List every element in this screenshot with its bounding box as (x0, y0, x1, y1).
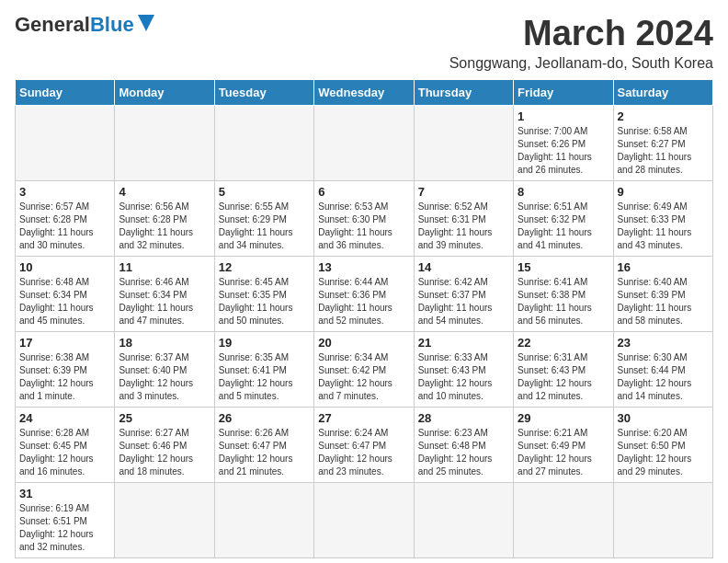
day-info: Sunrise: 6:48 AM Sunset: 6:34 PM Dayligh… (19, 276, 110, 327)
day-info: Sunrise: 6:38 AM Sunset: 6:39 PM Dayligh… (19, 351, 110, 403)
title-area: March 2024 Songgwang, Jeollanam-do, Sout… (449, 15, 713, 72)
logo: GeneralBlue (15, 15, 154, 35)
day-number: 8 (518, 185, 609, 199)
day-number: 10 (19, 260, 110, 274)
location-subtitle: Songgwang, Jeollanam-do, South Korea (449, 55, 713, 72)
day-info: Sunrise: 6:34 AM Sunset: 6:42 PM Dayligh… (318, 351, 409, 403)
header-thursday: Thursday (414, 79, 513, 105)
day-info: Sunrise: 6:57 AM Sunset: 6:28 PM Dayligh… (19, 201, 110, 252)
day-number: 23 (618, 336, 709, 350)
day-number: 20 (318, 336, 409, 350)
day-number: 2 (618, 109, 709, 123)
day-number: 1 (518, 109, 609, 123)
day-number: 24 (19, 411, 110, 425)
table-row: 16Sunrise: 6:40 AM Sunset: 6:39 PM Dayli… (613, 256, 712, 331)
day-number: 4 (119, 185, 210, 199)
table-row: 26Sunrise: 6:26 AM Sunset: 6:47 PM Dayli… (214, 407, 313, 482)
table-row: 24Sunrise: 6:28 AM Sunset: 6:45 PM Dayli… (16, 407, 115, 482)
day-number: 19 (219, 336, 310, 350)
day-info: Sunrise: 6:27 AM Sunset: 6:46 PM Dayligh… (119, 427, 210, 478)
table-row: 8Sunrise: 6:51 AM Sunset: 6:32 PM Daylig… (514, 180, 613, 256)
table-row (314, 105, 414, 180)
day-number: 21 (418, 336, 509, 350)
table-row: 28Sunrise: 6:23 AM Sunset: 6:48 PM Dayli… (414, 407, 513, 482)
calendar-week-row: 10Sunrise: 6:48 AM Sunset: 6:34 PM Dayli… (16, 256, 713, 331)
day-info: Sunrise: 6:58 AM Sunset: 6:27 PM Dayligh… (618, 125, 709, 177)
day-info: Sunrise: 6:44 AM Sunset: 6:36 PM Dayligh… (318, 276, 409, 327)
day-number: 16 (618, 260, 709, 274)
day-info: Sunrise: 6:45 AM Sunset: 6:35 PM Dayligh… (219, 276, 310, 327)
calendar-table: Sunday Monday Tuesday Wednesday Thursday… (15, 79, 713, 558)
table-row (115, 105, 214, 180)
header-friday: Friday (514, 79, 613, 105)
day-info: Sunrise: 6:20 AM Sunset: 6:50 PM Dayligh… (618, 427, 709, 478)
day-info: Sunrise: 6:46 AM Sunset: 6:34 PM Dayligh… (119, 276, 210, 327)
table-row: 5Sunrise: 6:55 AM Sunset: 6:29 PM Daylig… (214, 180, 313, 256)
table-row: 12Sunrise: 6:45 AM Sunset: 6:35 PM Dayli… (214, 256, 313, 331)
day-info: Sunrise: 7:00 AM Sunset: 6:26 PM Dayligh… (518, 125, 609, 177)
day-number: 29 (518, 411, 609, 425)
day-number: 17 (19, 336, 110, 350)
table-row (613, 482, 712, 557)
day-number: 9 (618, 185, 709, 199)
day-info: Sunrise: 6:23 AM Sunset: 6:48 PM Dayligh… (418, 427, 509, 478)
day-number: 30 (618, 411, 709, 425)
day-info: Sunrise: 6:49 AM Sunset: 6:33 PM Dayligh… (618, 201, 709, 252)
calendar-header-row: Sunday Monday Tuesday Wednesday Thursday… (16, 79, 713, 105)
day-info: Sunrise: 6:24 AM Sunset: 6:47 PM Dayligh… (318, 427, 409, 478)
day-number: 11 (119, 260, 210, 274)
logo-text: GeneralBlue (15, 15, 134, 35)
day-info: Sunrise: 6:52 AM Sunset: 6:31 PM Dayligh… (418, 201, 509, 252)
header-tuesday: Tuesday (214, 79, 313, 105)
header-monday: Monday (115, 79, 214, 105)
table-row (115, 482, 214, 557)
day-number: 13 (318, 260, 409, 274)
table-row: 1Sunrise: 7:00 AM Sunset: 6:26 PM Daylig… (514, 105, 613, 180)
calendar-week-row: 3Sunrise: 6:57 AM Sunset: 6:28 PM Daylig… (16, 180, 713, 256)
svg-marker-0 (138, 15, 154, 31)
day-info: Sunrise: 6:40 AM Sunset: 6:39 PM Dayligh… (618, 276, 709, 327)
month-year-title: March 2024 (449, 15, 713, 53)
header-saturday: Saturday (613, 79, 712, 105)
day-info: Sunrise: 6:41 AM Sunset: 6:38 PM Dayligh… (518, 276, 609, 327)
day-number: 15 (518, 260, 609, 274)
table-row: 9Sunrise: 6:49 AM Sunset: 6:33 PM Daylig… (613, 180, 712, 256)
table-row: 31Sunrise: 6:19 AM Sunset: 6:51 PM Dayli… (16, 482, 115, 557)
table-row (16, 105, 115, 180)
day-info: Sunrise: 6:51 AM Sunset: 6:32 PM Dayligh… (518, 201, 609, 252)
table-row: 10Sunrise: 6:48 AM Sunset: 6:34 PM Dayli… (16, 256, 115, 331)
table-row: 20Sunrise: 6:34 AM Sunset: 6:42 PM Dayli… (314, 331, 414, 407)
table-row (414, 105, 513, 180)
day-number: 31 (19, 487, 110, 500)
table-row: 14Sunrise: 6:42 AM Sunset: 6:37 PM Dayli… (414, 256, 513, 331)
day-number: 12 (219, 260, 310, 274)
day-info: Sunrise: 6:33 AM Sunset: 6:43 PM Dayligh… (418, 351, 509, 403)
day-info: Sunrise: 6:30 AM Sunset: 6:44 PM Dayligh… (618, 351, 709, 403)
table-row: 11Sunrise: 6:46 AM Sunset: 6:34 PM Dayli… (115, 256, 214, 331)
table-row: 13Sunrise: 6:44 AM Sunset: 6:36 PM Dayli… (314, 256, 414, 331)
table-row: 17Sunrise: 6:38 AM Sunset: 6:39 PM Dayli… (16, 331, 115, 407)
day-info: Sunrise: 6:53 AM Sunset: 6:30 PM Dayligh… (318, 201, 409, 252)
table-row: 21Sunrise: 6:33 AM Sunset: 6:43 PM Dayli… (414, 331, 513, 407)
table-row: 7Sunrise: 6:52 AM Sunset: 6:31 PM Daylig… (414, 180, 513, 256)
table-row: 2Sunrise: 6:58 AM Sunset: 6:27 PM Daylig… (613, 105, 712, 180)
day-info: Sunrise: 6:19 AM Sunset: 6:51 PM Dayligh… (19, 502, 110, 554)
header-wednesday: Wednesday (314, 79, 414, 105)
day-number: 3 (19, 185, 110, 199)
table-row: 15Sunrise: 6:41 AM Sunset: 6:38 PM Dayli… (514, 256, 613, 331)
table-row: 30Sunrise: 6:20 AM Sunset: 6:50 PM Dayli… (613, 407, 712, 482)
logo-triangle-icon (138, 15, 154, 31)
day-info: Sunrise: 6:56 AM Sunset: 6:28 PM Dayligh… (119, 201, 210, 252)
calendar-week-row: 31Sunrise: 6:19 AM Sunset: 6:51 PM Dayli… (16, 482, 713, 557)
day-number: 27 (318, 411, 409, 425)
table-row: 19Sunrise: 6:35 AM Sunset: 6:41 PM Dayli… (214, 331, 313, 407)
day-info: Sunrise: 6:35 AM Sunset: 6:41 PM Dayligh… (219, 351, 310, 403)
day-info: Sunrise: 6:21 AM Sunset: 6:49 PM Dayligh… (518, 427, 609, 478)
table-row: 3Sunrise: 6:57 AM Sunset: 6:28 PM Daylig… (16, 180, 115, 256)
table-row: 6Sunrise: 6:53 AM Sunset: 6:30 PM Daylig… (314, 180, 414, 256)
table-row (214, 482, 313, 557)
day-info: Sunrise: 6:28 AM Sunset: 6:45 PM Dayligh… (19, 427, 110, 478)
day-info: Sunrise: 6:42 AM Sunset: 6:37 PM Dayligh… (418, 276, 509, 327)
logo-brand: GeneralBlue (15, 15, 154, 35)
table-row: 23Sunrise: 6:30 AM Sunset: 6:44 PM Dayli… (613, 331, 712, 407)
